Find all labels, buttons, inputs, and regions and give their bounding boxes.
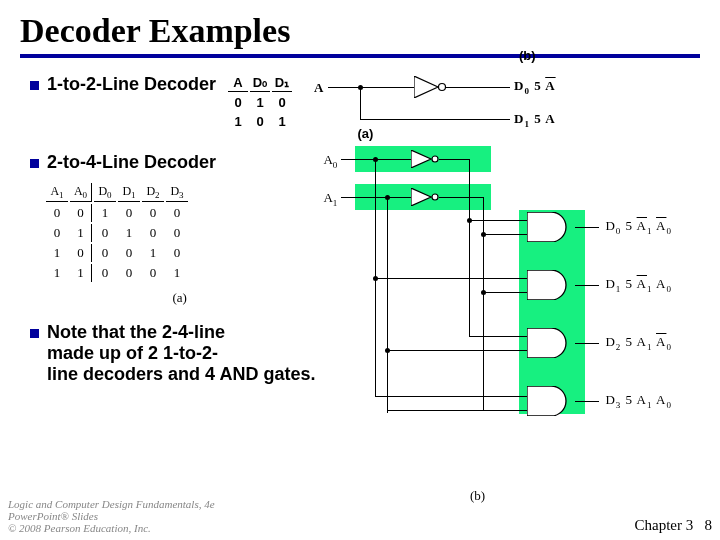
title-rule <box>20 54 700 58</box>
bullet-3: Note that the 2-4-line made up of 2 1-to… <box>0 320 315 387</box>
svg-marker-0 <box>414 76 438 98</box>
bullet-square-icon <box>30 159 39 168</box>
footer: Logic and Computer Design Fundamentals, … <box>8 498 712 534</box>
and-gate-icon <box>527 386 577 416</box>
junction-dot <box>358 85 363 90</box>
svg-marker-4 <box>411 188 431 206</box>
and-gate-icon <box>527 212 577 242</box>
bullet-2: 2-to-4-Line Decoder <box>0 150 315 175</box>
caption-b: (b) <box>519 48 536 63</box>
col-A1: A1 <box>46 183 68 202</box>
not-gate-icon <box>411 188 441 206</box>
col-D0: D0 <box>94 183 116 202</box>
label-D0: D0 5 A <box>514 78 556 96</box>
col-D2: D2 <box>142 183 164 202</box>
bullet-2-text: 2-to-4-Line Decoder <box>47 152 216 173</box>
svg-point-3 <box>432 156 438 162</box>
col-D3: D3 <box>166 183 188 202</box>
bullet-1-text: 1-to-2-Line Decoder <box>47 74 216 95</box>
svg-marker-2 <box>411 150 431 168</box>
and-gate-icon <box>527 270 577 300</box>
and-gate-icon <box>527 328 577 358</box>
not-gate-icon <box>414 76 448 98</box>
figure-1to2-circuit: A D0 5 A D1 5 A (b) <box>314 72 574 142</box>
bullet-square-icon <box>30 329 39 338</box>
bullet-1: 1-to-2-Line Decoder <box>0 72 216 97</box>
truth-table-1to2: AD₀D₁ 010 101 <box>226 72 294 132</box>
label-D0-out: D0 5 A1 A0 <box>605 218 672 236</box>
svg-point-5 <box>432 194 438 200</box>
footer-page: Chapter 3 8 <box>635 517 712 534</box>
label-D1-out: D1 5 A1 A0 <box>605 276 672 294</box>
bullet-3-text: Note that the 2-4-line made up of 2 1-to… <box>47 322 315 385</box>
svg-point-1 <box>439 84 446 91</box>
col-A0: A0 <box>70 183 92 202</box>
label-A0: A0 <box>323 152 337 170</box>
figure-2to4-circuit: A0 A1 <box>323 150 703 430</box>
not-gate-icon <box>411 150 441 168</box>
truth-table-2to4: A1 A0 D0 D1 D2 D3 001000 010100 100010 1… <box>44 181 190 284</box>
page-title: Decoder Examples <box>0 0 720 54</box>
caption-a: (a) <box>44 290 315 306</box>
label-D3-out: D3 5 A1 A0 <box>605 392 671 410</box>
col-D1: D1 <box>118 183 140 202</box>
bullet-square-icon <box>30 81 39 90</box>
label-D1: D1 5 A <box>514 111 556 129</box>
caption-a2: (a) <box>357 126 373 141</box>
label-A1: A1 <box>323 190 337 208</box>
footer-credit: Logic and Computer Design Fundamentals, … <box>8 498 215 534</box>
label-D2-out: D2 5 A1 A0 <box>605 334 672 352</box>
label-A: A <box>314 80 323 96</box>
